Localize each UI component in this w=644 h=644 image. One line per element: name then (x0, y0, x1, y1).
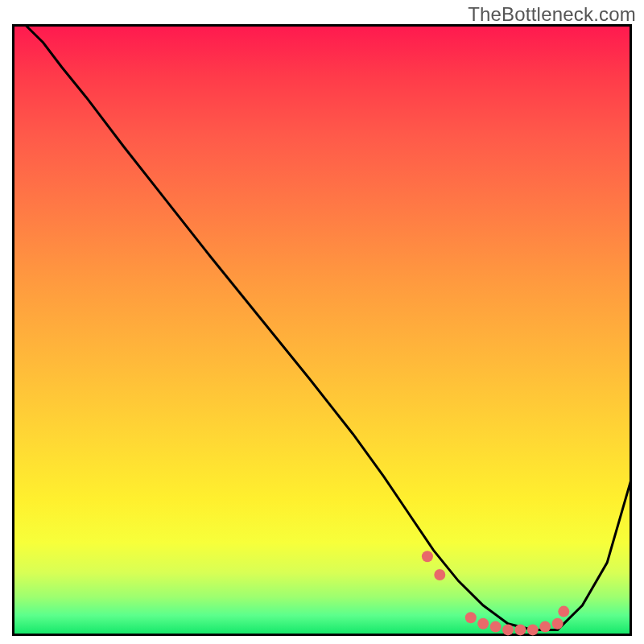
plot-background-gradient (12, 24, 632, 636)
watermark-label: TheBottleneck.com (468, 3, 636, 26)
chart-container: TheBottleneck.com (0, 0, 644, 644)
